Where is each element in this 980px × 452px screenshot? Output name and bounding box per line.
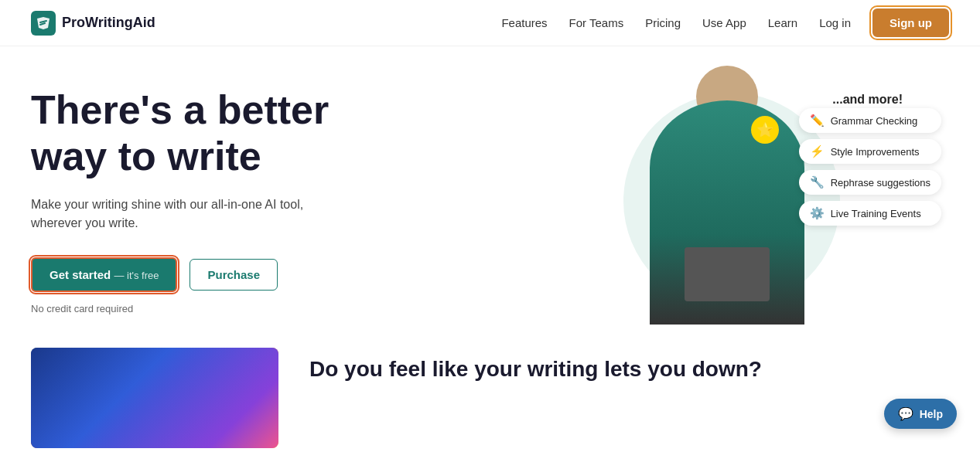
badge-style-label: Style Improvements xyxy=(831,146,920,158)
nav-learn[interactable]: Learn xyxy=(768,16,797,29)
badge-training-label: Live Training Events xyxy=(831,208,921,219)
badge-rephrase-label: Rephrase suggestions xyxy=(831,177,930,189)
hero-buttons: Get started — it's free Purchase xyxy=(31,257,536,292)
hero-section: There's a better way to write Make your … xyxy=(0,46,980,340)
training-icon: ⚙️ xyxy=(810,206,825,220)
grammar-icon: ✏️ xyxy=(810,114,825,127)
and-more-label: ...and more! xyxy=(832,93,903,107)
hero-illustration: ⭐ ...and more! ✏️ Grammar Checking ⚡ Sty… xyxy=(536,77,949,325)
get-started-button[interactable]: Get started — it's free xyxy=(31,257,177,292)
feature-badges: ✏️ Grammar Checking ⚡ Style Improvements… xyxy=(799,108,941,226)
nav-for-teams[interactable]: For Teams xyxy=(569,16,624,29)
nav-features[interactable]: Features xyxy=(501,16,547,29)
person-body xyxy=(650,100,804,325)
star-decoration: ⭐ xyxy=(751,116,779,144)
no-credit-text: No credit card required xyxy=(31,303,536,314)
signup-button[interactable]: Sign up xyxy=(872,8,949,37)
bottom-image xyxy=(31,348,278,448)
hero-subtitle: Make your writing shine with our all-in-… xyxy=(31,195,340,233)
login-button[interactable]: Log in xyxy=(819,16,851,29)
header: ProWritingAid Features For Teams Pricing… xyxy=(0,0,980,46)
badge-grammar: ✏️ Grammar Checking xyxy=(799,108,941,133)
hero-left: There's a better way to write Make your … xyxy=(31,87,536,314)
hero-title: There's a better way to write xyxy=(31,87,536,180)
nav-use-app[interactable]: Use App xyxy=(702,16,746,29)
person-laptop xyxy=(685,247,770,301)
purchase-button[interactable]: Purchase xyxy=(190,259,278,291)
badge-rephrase: 🔧 Rephrase suggestions xyxy=(799,170,941,195)
help-button[interactable]: 💬 Help xyxy=(884,399,957,429)
logo[interactable]: ProWritingAid xyxy=(31,11,155,36)
badge-training: ⚙️ Live Training Events xyxy=(799,201,941,226)
badge-style: ⚡ Style Improvements xyxy=(799,139,941,164)
rephrase-icon: 🔧 xyxy=(810,175,825,189)
style-icon: ⚡ xyxy=(810,144,825,158)
main-nav: Features For Teams Pricing Use App Learn… xyxy=(501,8,949,37)
bottom-heading: Do you feel like your writing lets you d… xyxy=(309,355,949,383)
image-overlay xyxy=(31,348,278,448)
person-figure xyxy=(650,100,804,325)
badge-grammar-label: Grammar Checking xyxy=(831,115,918,127)
bottom-section: Do you feel like your writing lets you d… xyxy=(0,348,980,448)
nav-pricing[interactable]: Pricing xyxy=(645,16,681,29)
bottom-text: Do you feel like your writing lets you d… xyxy=(309,348,949,383)
logo-icon xyxy=(31,11,56,36)
logo-text: ProWritingAid xyxy=(62,15,155,31)
chat-icon: 💬 xyxy=(898,406,913,421)
help-label: Help xyxy=(920,408,943,420)
